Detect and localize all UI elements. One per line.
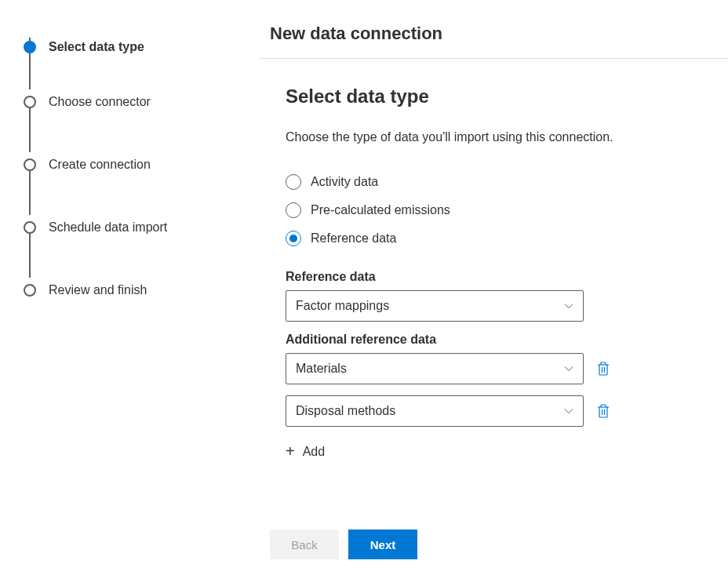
dropdown-value: Factor mappings — [296, 299, 389, 313]
step-label: Select data type — [49, 40, 144, 54]
step-marker — [24, 221, 36, 234]
radio-pre-calculated-emissions[interactable]: Pre-calculated emissions — [286, 202, 704, 218]
page-title: New data connection — [270, 24, 704, 44]
footer-buttons: Back Next — [270, 511, 704, 559]
radio-circle — [286, 202, 301, 218]
trash-icon — [596, 403, 610, 419]
radio-dot — [289, 235, 297, 242]
step-marker — [24, 158, 36, 171]
plus-icon: + — [286, 442, 295, 460]
radio-label: Activity data — [311, 175, 378, 189]
radio-activity-data[interactable]: Activity data — [286, 174, 704, 190]
reference-data-dropdown[interactable]: Factor mappings — [286, 290, 584, 322]
delete-additional-2-button[interactable] — [596, 403, 610, 419]
chevron-down-icon — [564, 364, 573, 373]
step-label: Schedule data import — [49, 220, 167, 235]
data-type-radio-group: Activity data Pre-calculated emissions R… — [286, 174, 704, 246]
step-review-and-finish[interactable]: Review and finish — [24, 259, 243, 322]
additional-reference-dropdown-1[interactable]: Materials — [286, 353, 584, 384]
step-marker — [24, 284, 36, 297]
additional-reference-data-label: Additional reference data — [286, 333, 704, 347]
step-label: Create connection — [49, 158, 151, 172]
divider — [259, 58, 728, 59]
dropdown-value: Materials — [296, 362, 347, 376]
back-button[interactable]: Back — [270, 530, 339, 559]
radio-reference-data[interactable]: Reference data — [286, 231, 704, 246]
delete-additional-1-button[interactable] — [596, 361, 610, 377]
step-select-data-type[interactable]: Select data type — [24, 24, 243, 71]
radio-label: Pre-calculated emissions — [311, 203, 450, 217]
chevron-down-icon — [564, 301, 573, 311]
additional-reference-dropdown-2[interactable]: Disposal methods — [286, 395, 584, 427]
step-label: Review and finish — [49, 283, 147, 297]
next-button[interactable]: Next — [348, 530, 417, 559]
chevron-down-icon — [564, 406, 573, 416]
step-schedule-data-import[interactable]: Schedule data import — [24, 196, 243, 259]
step-label: Choose connector — [49, 95, 151, 109]
section-description: Choose the type of data you'll import us… — [286, 128, 615, 146]
add-button[interactable]: + Add — [286, 442, 325, 460]
dropdown-value: Disposal methods — [296, 404, 395, 418]
add-label: Add — [303, 445, 325, 459]
reference-data-label: Reference data — [286, 270, 704, 284]
step-choose-connector[interactable]: Choose connector — [24, 71, 243, 133]
step-marker-active — [24, 41, 36, 53]
main-panel: New data connection Select data type Cho… — [259, 0, 728, 575]
step-create-connection[interactable]: Create connection — [24, 133, 243, 196]
wizard-steps-sidebar: Select data type Choose connector Create… — [0, 0, 259, 575]
step-marker — [24, 96, 36, 108]
trash-icon — [596, 361, 610, 377]
section-title: Select data type — [286, 86, 704, 107]
radio-circle — [286, 174, 301, 190]
radio-circle-selected — [286, 231, 301, 246]
content: Select data type Choose the type of data… — [270, 86, 704, 511]
radio-label: Reference data — [311, 231, 396, 246]
